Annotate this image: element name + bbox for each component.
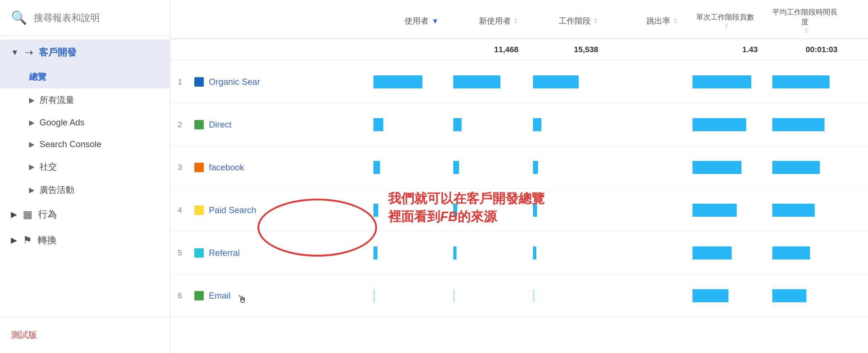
col-header-pages: 單次工作階段頁數 ⇕ [685, 12, 765, 30]
row-4-pages-bar [685, 204, 765, 217]
row-1-label[interactable]: Organic Sear [209, 77, 260, 87]
duration-header-label: 平均工作階段時間長度 [772, 7, 838, 27]
sort-icon-pages: ⇕ [724, 22, 729, 30]
sessions-header-label: 工作階段 [559, 16, 591, 26]
totals-row: 11,468 15,538 1.43 00:01:03 [170, 39, 868, 61]
row-4-label[interactable]: Paid Search [209, 205, 256, 215]
row-6-new-users-bar [446, 289, 526, 302]
pages-header-label: 單次工作階段頁數 [696, 12, 754, 22]
row-1-sessions-bar-fill [533, 75, 579, 88]
row-3-color-dot [194, 163, 204, 172]
totals-sessions: 15,538 [526, 45, 605, 54]
row-5-new-users-bar [446, 246, 526, 259]
row-6-label[interactable]: Email [209, 291, 231, 301]
row-4-sessions-bar-fill [533, 204, 537, 217]
sidebar-label-acquisition: 客戶開發 [39, 46, 77, 59]
row-4-new-users-bar-fill [453, 204, 457, 217]
search-bar[interactable]: 🔍 [0, 0, 170, 36]
sort-icon-duration: ⇕ [803, 27, 809, 35]
col-header-duration: 平均工作階段時間長度 ⇕ [765, 7, 845, 35]
sort-icon-sessions: ⇕ [593, 17, 598, 25]
col-header-bounce: 跳出率 ⇕ [605, 16, 685, 26]
row-6-new-users-bar-fill [453, 289, 455, 302]
row-1-color-dot [194, 77, 204, 87]
row-1-new-users-bar [446, 75, 526, 88]
search-console-label: Search Console [40, 139, 102, 149]
new-users-header-label: 新使用者 [479, 16, 511, 26]
row-5-number: 5 [178, 248, 189, 258]
sidebar-item-conversion[interactable]: ▶ ⚑ 轉換 [0, 227, 170, 253]
row-2-color-dot [194, 120, 204, 129]
row-3-duration-bar [765, 161, 845, 174]
row-3-users-bar-fill [373, 161, 380, 174]
behavior-icon: ▦ [23, 208, 32, 220]
row-4-color-dot [194, 205, 204, 215]
all-traffic-label: 所有流量 [40, 94, 74, 106]
row-1-duration-bar [765, 75, 845, 88]
conversion-icon: ⚑ [23, 234, 32, 246]
row-2-label[interactable]: Direct [209, 120, 232, 130]
row-6-sessions-bar [526, 289, 605, 302]
row-5-sessions-bar [526, 246, 605, 259]
row-2-users-bar [366, 118, 446, 131]
sidebar-item-all-traffic[interactable]: ▶ 所有流量 [0, 88, 170, 112]
row-5-duration-bar [765, 246, 845, 259]
sidebar-item-google-ads[interactable]: ▶ Google Ads [0, 112, 170, 133]
row-5-color-dot [194, 248, 204, 258]
row-4-pages-bar-fill [693, 204, 737, 217]
row-6-color-dot [194, 291, 204, 300]
sidebar-item-behavior[interactable]: ▶ ▦ 行為 [0, 202, 170, 227]
sidebar-item-test[interactable]: 測試版 [11, 324, 159, 346]
row-1-duration-bar-fill [772, 75, 830, 88]
col-header-users[interactable]: 使用者 ▼ [366, 16, 446, 26]
sidebar-item-social[interactable]: ▶ 社交 [0, 155, 170, 178]
search-input[interactable] [34, 12, 159, 24]
totals-duration: 00:01:03 [765, 45, 845, 54]
row-2-new-users-bar-fill [453, 118, 462, 131]
sort-icon-new-users: ⇕ [513, 17, 518, 25]
behavior-label: 行為 [38, 208, 57, 221]
row-6-duration-bar-fill [772, 289, 806, 302]
cursor-icon: 🖱 [237, 293, 247, 305]
sidebar-item-campaigns[interactable]: ▶ 廣告活動 [0, 178, 170, 202]
search-icon: 🔍 [11, 10, 27, 25]
row-5-pages-bar [685, 246, 765, 259]
campaigns-label: 廣告活動 [40, 184, 74, 196]
row-1-name: 1 Organic Sear [170, 77, 366, 87]
arrow-right-icon6: ▶ [11, 210, 17, 219]
arrow-right-icon4: ▶ [29, 162, 34, 171]
arrow-right-icon2: ▶ [29, 118, 34, 127]
row-4-duration-bar [765, 204, 845, 217]
main-content: 使用者 ▼ 新使用者 ⇕ 工作階段 ⇕ 跳出率 ⇕ 單次工作階段頁數 ⇕ 平均工… [170, 0, 868, 353]
table-row: 6 Email 🖱 [170, 274, 868, 317]
row-3-number: 3 [178, 163, 189, 172]
sidebar-item-overview[interactable]: 總覽 [0, 65, 170, 88]
sidebar: 🔍 ▼ ⇢ 客戶開發 總覽 ▶ 所有流量 ▶ Google Ads ▶ Sear… [0, 0, 170, 353]
row-2-duration-bar-fill [772, 118, 824, 131]
table-row: 2 Direct [170, 103, 868, 146]
table-row: 4 Paid Search [170, 189, 868, 232]
table-row: 3 facebook 我們就可以在客戶開發總覽 裡面看到FB的來源 [170, 146, 868, 189]
row-4-name: 4 Paid Search [170, 205, 366, 215]
row-3-label[interactable]: facebook [209, 162, 244, 173]
row-1-new-users-bar-fill [453, 75, 500, 88]
row-6-users-bar-fill [373, 289, 375, 302]
arrow-right-icon7: ▶ [11, 236, 17, 245]
row-4-sessions-bar [526, 204, 605, 217]
table-row: 5 Referral [170, 232, 868, 274]
row-2-new-users-bar [446, 118, 526, 131]
arrow-right-icon5: ▶ [29, 186, 34, 194]
row-5-pages-bar-fill [693, 246, 732, 259]
sidebar-nav: ▼ ⇢ 客戶開發 總覽 ▶ 所有流量 ▶ Google Ads ▶ Search… [0, 36, 170, 316]
sidebar-item-search-console[interactable]: ▶ Search Console [0, 133, 170, 155]
google-ads-label: Google Ads [40, 117, 84, 128]
sidebar-item-acquisition[interactable]: ▼ ⇢ 客戶開發 [0, 40, 170, 65]
row-1-number: 1 [178, 77, 189, 87]
arrow-down-icon: ▼ [11, 48, 19, 57]
row-6-pages-bar [685, 289, 765, 302]
test-label: 測試版 [11, 329, 37, 341]
row-2-sessions-bar [526, 118, 605, 131]
row-2-name: 2 Direct [170, 120, 366, 130]
row-5-label[interactable]: Referral [209, 248, 240, 258]
row-1-pages-bar-fill [693, 75, 751, 88]
